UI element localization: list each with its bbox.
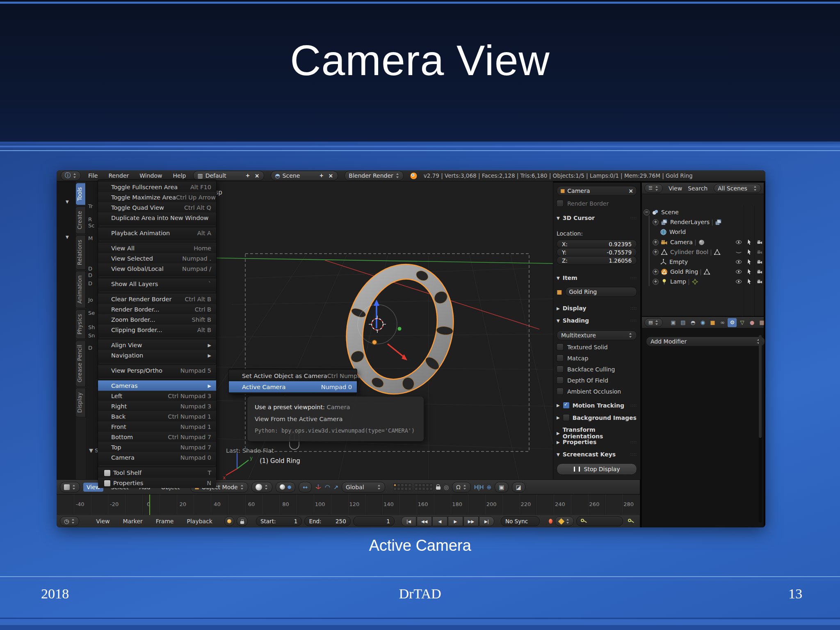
visibility-toggle-icon[interactable]: [735, 259, 742, 265]
shading-option-matcap[interactable]: Matcap: [557, 355, 637, 362]
checkbox-icon[interactable]: [563, 414, 570, 421]
panel-collapse-icon[interactable]: ▼: [66, 235, 69, 239]
end-frame-field[interactable]: End: 250: [304, 516, 350, 526]
scrollbar-thumb[interactable]: [759, 335, 762, 438]
editor-type-button[interactable]: ▤: [644, 318, 663, 327]
menu-window[interactable]: Window: [139, 172, 163, 179]
checkbox-icon[interactable]: [557, 388, 564, 395]
shelf-section-partial[interactable]: ▼ Sha: [89, 447, 98, 454]
cursor-z-field[interactable]: Z: 1.26056: [557, 256, 637, 265]
layer-cell[interactable]: [397, 487, 400, 490]
layer-cell[interactable]: [426, 483, 429, 487]
shelf-tab-display[interactable]: Display: [76, 388, 86, 417]
lock-icon[interactable]: [436, 486, 441, 490]
manipulator-translate-icon[interactable]: [315, 483, 322, 491]
editor-type-button[interactable]: [60, 482, 80, 493]
menu-help[interactable]: Help: [172, 172, 187, 179]
transform-manipulator[interactable]: [358, 300, 407, 360]
selectability-toggle-icon[interactable]: [746, 268, 753, 275]
menu-item-back[interactable]: BackCtrl Numpad 1: [98, 411, 216, 422]
tab-world[interactable]: ◉: [698, 318, 707, 327]
cursor-y-field[interactable]: Y: -0.75579: [557, 248, 637, 257]
render-toggle-icon[interactable]: [757, 239, 763, 245]
timeline-ruler[interactable]: -40-200204060801001201401601802002202402…: [57, 495, 640, 515]
menu-item-set-active-object-as-camera[interactable]: Set Active Object as CameraCtrl Numpad 0: [229, 370, 357, 381]
timeline-menu-frame[interactable]: Frame: [152, 517, 178, 525]
layer-cell[interactable]: [429, 487, 433, 490]
close-scene-button[interactable]: ×: [328, 172, 334, 179]
checkbox-icon[interactable]: [563, 402, 570, 409]
manipulator-scale-icon[interactable]: ↗: [333, 484, 338, 490]
section-3d-cursor[interactable]: ▼ 3D Cursor ::::: [557, 215, 637, 221]
play-reverse-button[interactable]: ◀: [432, 516, 447, 526]
outliner-row-scene[interactable]: −Scene: [642, 208, 764, 217]
scene-selector[interactable]: ◓ Scene ＋ ×: [271, 171, 338, 181]
menu-item-cameras[interactable]: Cameras▶: [98, 380, 216, 391]
tab-object[interactable]: ■: [708, 318, 717, 327]
tab-constraints[interactable]: ∞: [718, 318, 727, 327]
tab-modifiers[interactable]: ⚙: [728, 318, 737, 327]
visibility-toggle-icon[interactable]: [735, 278, 742, 285]
menu-item-active-camera[interactable]: Active CameraNumpad 0: [229, 381, 357, 392]
menu-item-view-global-local[interactable]: View Global/LocalNumpad /: [98, 263, 216, 274]
layer-cell[interactable]: [404, 483, 408, 487]
menu-item-bottom[interactable]: BottomCtrl Numpad 7: [98, 432, 216, 442]
checkbox-icon[interactable]: [557, 200, 564, 207]
editor-type-button[interactable]: ☰: [644, 184, 663, 193]
autokey-record-button[interactable]: [549, 519, 552, 524]
selectability-toggle-icon[interactable]: [746, 259, 753, 265]
layers-grid-2[interactable]: [415, 483, 433, 490]
shelf-tab-animation[interactable]: Animation: [76, 271, 86, 308]
menu-item-view-persp-ortho[interactable]: View Persp/OrthoNumpad 5: [98, 365, 216, 376]
tab-render-layers[interactable]: ▤: [678, 318, 687, 327]
menu-item-toggle-maximize-area[interactable]: Toggle Maximize AreaCtrl Up Arrow: [98, 192, 216, 202]
menu-item-right[interactable]: RightNumpad 3: [98, 401, 216, 411]
record-button[interactable]: [224, 516, 234, 526]
section-background-images[interactable]: ▶ Background Images: [557, 414, 637, 421]
section-transform-orientations[interactable]: ▶ Transform Orientations: [557, 426, 637, 440]
menu-item-clear-render-border[interactable]: Clear Render BorderCtrl Alt B: [98, 294, 216, 304]
lock-camera-field[interactable]: ■ Camera ×: [557, 186, 637, 196]
pivot-point-icon[interactable]: ⊕: [487, 484, 492, 490]
insert-keyframe-icon[interactable]: [628, 518, 632, 525]
shading-option-backface-culling[interactable]: Backface Culling: [557, 366, 637, 373]
tab-object-data[interactable]: ▽: [737, 318, 746, 327]
tab-render[interactable]: ▣: [669, 318, 678, 327]
expand-icon[interactable]: +: [653, 249, 659, 255]
prev-keyframe-button[interactable]: ◀◀: [417, 516, 432, 526]
outliner-row-renderlayers[interactable]: +RenderLayers|: [642, 218, 764, 227]
shading-option-depth-of-field[interactable]: Depth Of Field: [557, 377, 637, 384]
section-properties[interactable]: ▶ Properties ::::: [557, 439, 637, 445]
expand-icon[interactable]: −: [644, 209, 650, 215]
layer-cell[interactable]: [429, 483, 433, 487]
menu-item-left[interactable]: LeftCtrl Numpad 3: [98, 391, 216, 401]
shelf-tab-physics[interactable]: Physics: [76, 309, 86, 339]
layer-cell[interactable]: [397, 483, 400, 487]
checkbox-icon[interactable]: [557, 366, 564, 373]
layer-cell[interactable]: [418, 487, 422, 490]
menu-item-toggle-fullscreen-area[interactable]: Toggle Fullscreen AreaAlt F10: [98, 182, 216, 192]
layer-cell[interactable]: [415, 483, 418, 487]
opengl-render-button[interactable]: ▣: [495, 482, 508, 493]
layer-cell[interactable]: [404, 487, 408, 490]
visibility-toggle-icon[interactable]: [735, 268, 742, 275]
menu-file[interactable]: File: [87, 172, 98, 179]
add-layout-button[interactable]: ＋: [244, 172, 251, 179]
manipulator-rotate-icon[interactable]: ◠: [325, 483, 330, 491]
display-mode-dropdown[interactable]: All Scenes: [714, 184, 761, 193]
menu-item-clipping-border[interactable]: Clipping Border...Alt B: [98, 325, 216, 335]
layer-cell[interactable]: [393, 483, 397, 487]
menu-item-show-all-layers[interactable]: Show All Layers`: [98, 279, 216, 289]
layer-cell[interactable]: [422, 487, 425, 490]
shelf-tab-relations[interactable]: Relations: [76, 235, 86, 270]
layer-cell[interactable]: [418, 483, 422, 487]
tab-texture[interactable]: ▦: [757, 318, 765, 327]
current-frame-field[interactable]: 1: [353, 516, 395, 526]
outliner-menu-view[interactable]: View: [669, 185, 682, 192]
menu-item-toggle-quad-view[interactable]: Toggle Quad ViewCtrl Alt Q: [98, 202, 216, 213]
jump-end-button[interactable]: ▶|: [479, 516, 494, 526]
menu-item-playback-animation[interactable]: Playback AnimationAlt A: [98, 228, 216, 238]
layer-cell[interactable]: [408, 483, 411, 487]
timeline-menu-marker[interactable]: Marker: [119, 517, 146, 525]
shelf-tab-create[interactable]: Create: [76, 206, 86, 234]
